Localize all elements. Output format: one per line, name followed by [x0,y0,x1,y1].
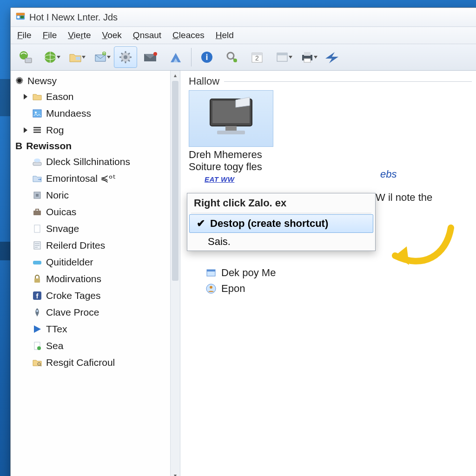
window-doc-icon [205,267,217,278]
doc-icon [32,224,42,234]
svg-rect-23 [304,52,311,56]
menu-held[interactable]: Held [216,30,234,40]
svg-point-31 [34,159,40,162]
tool-calendar[interactable]: 2 [245,46,269,68]
doc-green-icon [32,341,42,351]
folder-search-icon [32,357,42,368]
svg-point-12 [153,52,157,56]
sidebar-scrollbar[interactable]: ▴ ▾ [170,71,180,476]
lock-icon [32,274,42,284]
drive-cloud-icon [32,157,42,167]
sidebar-section-rewisson[interactable]: B Rewisson [13,139,169,153]
tree-item[interactable]: Emorintosal ≼ᵒᵗ [13,170,169,187]
svg-point-11 [124,55,127,59]
item-caption-2: Soiture togy fles [189,161,277,173]
drive-blue-icon [32,257,42,267]
list-item[interactable]: Epon [205,283,472,295]
partial-text: W il note the [376,192,432,204]
context-menu-item-desktop-shortcut[interactable]: ✔ Destop (create shortcut) [189,214,373,233]
svg-rect-3 [20,16,24,19]
tool-window[interactable] [271,46,294,68]
svg-rect-35 [36,209,39,211]
tree-item[interactable]: Snvage [13,220,169,237]
scroll-up-icon[interactable]: ▴ [171,71,180,80]
tree-item[interactable]: Sea [13,337,169,354]
facebook-icon: f [32,291,42,301]
tree-item-eason[interactable]: Eason [13,88,169,105]
gear-small-icon: ✺ [15,75,24,86]
menu-file-1[interactable]: File [17,30,32,40]
stack-icon [32,125,42,135]
svg-point-16 [233,59,237,62]
svg-text:i: i [205,53,208,62]
tool-info[interactable]: i [195,46,218,68]
tree-item[interactable]: fCroke Tages [13,287,169,304]
svg-rect-28 [33,129,41,131]
svg-rect-38 [33,261,41,264]
list-item[interactable]: Dek poy Me [205,267,472,279]
menu-vierte[interactable]: Vierte [68,30,91,40]
tool-search[interactable] [220,46,244,68]
folder-go-icon [32,173,42,184]
svg-rect-29 [33,132,41,133]
sidebar-section-newsy[interactable]: ✺ Newsy [13,73,169,88]
tool-gear[interactable] [114,46,137,68]
menu-voek[interactable]: Voek [102,30,122,40]
play-icon [32,324,42,334]
svg-rect-25 [33,110,41,117]
notepad-icon [32,240,42,251]
scroll-down-icon[interactable]: ▾ [171,471,180,476]
rocket-icon [32,307,42,317]
svg-point-42 [36,310,38,312]
title-bar[interactable]: Hot I Newx Lnter. Jds [11,8,476,27]
tool-mail-up[interactable] [89,46,112,68]
svg-point-44 [37,346,41,350]
svg-rect-1 [16,13,25,15]
content-item[interactable]: Dreh Mhemeres Soiture togy fles [189,90,277,173]
svg-rect-36 [34,225,40,232]
tool-peak[interactable] [164,46,187,68]
tree-item[interactable]: TTex [13,321,169,337]
tree-item-mundaess[interactable]: Mundaess [13,105,169,122]
check-icon: ✔ [196,218,205,230]
folder-icon [32,92,42,102]
svg-rect-33 [36,194,39,197]
partial-link[interactable]: ebs [380,168,397,180]
sidebar-section-label: Rewisson [26,140,72,152]
menu-qnsaut[interactable]: Qnsaut [133,30,161,40]
toolbar: i 2 [11,44,476,71]
svg-rect-51 [207,270,215,271]
sidebar: ✺ Newsy Eason Mundaess [11,71,180,476]
tree-item[interactable]: Ouicas [13,204,169,220]
expand-icon[interactable] [24,94,27,99]
svg-point-15 [227,53,234,59]
tree-item[interactable]: Resgit Caficroul [13,354,169,371]
tool-printer[interactable] [296,46,319,68]
menu-cleaces[interactable]: Cleaces [172,30,205,40]
item-caption-1: Dreh Mhemeres [189,149,277,161]
tree-item-rog[interactable]: Rog [13,122,169,139]
tool-flash[interactable] [321,46,344,68]
tree-item[interactable]: Noric [13,187,169,204]
svg-rect-30 [33,162,41,165]
svg-rect-5 [25,58,32,63]
context-menu-item-sais[interactable]: Sais. [187,233,375,251]
mini-link[interactable]: EAT WW [205,175,472,183]
expand-icon[interactable] [24,127,27,133]
tool-home-globe[interactable] [13,46,37,68]
svg-rect-21 [277,53,287,55]
app-icon [15,11,26,24]
toolbar-separator [191,48,192,66]
tree-item[interactable]: Modirvations [13,271,169,287]
menu-file-2[interactable]: File [43,30,57,40]
tool-globe[interactable] [39,46,62,68]
tool-folder[interactable] [64,46,87,68]
tree-item[interactable]: Dleck Sillchinations [13,153,169,170]
tool-envelope[interactable] [139,46,162,68]
svg-point-53 [210,286,212,289]
tree-item[interactable]: Reilerd Drites [13,237,169,254]
content-pane: Hallow Dreh Mhemeres [180,71,476,476]
tree-item[interactable]: Quitidelder [13,254,169,271]
tree-item[interactable]: Clave Proce [13,304,169,321]
scroll-thumb[interactable] [172,81,178,281]
